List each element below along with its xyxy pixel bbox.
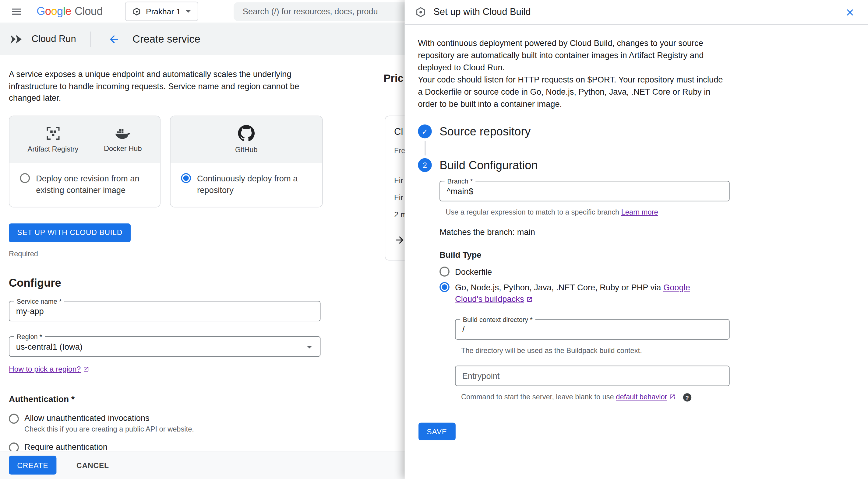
deployment-source-cards: Artifact Registry Docker Hub Deploy one …: [9, 115, 385, 207]
source-label: GitHub: [235, 145, 258, 154]
continuous-deploy-radio[interactable]: [181, 173, 191, 183]
branch-label: Branch *: [445, 177, 476, 185]
docker-hub-icon: [115, 126, 131, 140]
panel-title: Set up with Cloud Build: [433, 7, 531, 18]
external-link-icon: [526, 297, 532, 303]
artifact-registry-icon: [45, 126, 61, 141]
entrypoint-placeholder[interactable]: Entrypoint: [456, 366, 729, 385]
project-selector[interactable]: Prakhar 1: [125, 2, 198, 21]
logo-letter: G: [36, 5, 45, 18]
step2-title: Build Configuration: [439, 159, 538, 172]
source-label: Docker Hub: [104, 144, 142, 152]
google-cloud-logo[interactable]: Google Cloud: [36, 5, 103, 18]
continuous-deploy-option[interactable]: Continuously deploy from a repository: [170, 163, 322, 207]
allow-unauthenticated-radio[interactable]: [9, 414, 19, 423]
branch-helper-text: Use a regular expression to match to a s…: [445, 208, 621, 216]
dockerfile-radio[interactable]: [439, 267, 450, 277]
external-link-icon: [669, 394, 675, 400]
service-intro-text: A service exposes a unique endpoint and …: [9, 68, 320, 104]
close-icon: [844, 7, 855, 18]
learn-more-link[interactable]: Learn more: [621, 208, 658, 216]
build-type-dockerfile-option[interactable]: Dockerfile: [439, 266, 730, 278]
region-select[interactable]: Region * us-central1 (Iowa): [9, 336, 320, 356]
service-name-field[interactable]: Service name * my-app: [9, 301, 320, 321]
cloud-build-panel: Set up with Cloud Build With continuous …: [405, 0, 868, 479]
entrypoint-helper: Command to start the server, leave blank…: [461, 392, 730, 401]
google-cloud-console: Google Cloud Prakhar 1 Search (/) for re…: [0, 0, 868, 479]
logo-letter: e: [65, 5, 71, 18]
check-icon: ✓: [422, 127, 428, 136]
dockerfile-label: Dockerfile: [455, 266, 705, 278]
build-context-label: Build context directory *: [460, 316, 535, 323]
search-placeholder: Search (/) for resources, docs, produ: [243, 7, 378, 16]
panel-body: With continuous deployment powered by Cl…: [405, 25, 868, 440]
build-type-label: Build Type: [439, 250, 730, 260]
repository-card: GitHub Continuously deploy from a reposi…: [170, 115, 323, 207]
panel-header: Set up with Cloud Build: [405, 0, 868, 25]
deploy-revision-label: Deploy one revision from an existing con…: [36, 172, 152, 195]
deploy-revision-radio[interactable]: [20, 173, 30, 183]
buildpacks-radio[interactable]: [439, 282, 450, 292]
region-help-link-text: How to pick a region?: [9, 365, 81, 373]
build-context-helper: The directory will be used as the Buildp…: [461, 346, 730, 354]
close-button[interactable]: [842, 5, 858, 20]
step-build-configuration[interactable]: 2 Build Configuration: [418, 158, 855, 172]
deploy-revision-option[interactable]: Deploy one revision from an existing con…: [9, 163, 160, 207]
buildpacks-label: Go, Node.js, Python, Java, .NET Core, Ru…: [455, 281, 705, 305]
region-help-link[interactable]: How to pick a region?: [9, 365, 89, 373]
create-button[interactable]: CREATE: [9, 456, 57, 475]
hamburger-menu-icon[interactable]: [8, 2, 25, 20]
setup-cloud-build-button[interactable]: SET UP WITH CLOUD BUILD: [9, 223, 131, 242]
logo-letter: o: [51, 5, 57, 18]
pricing-heading: Pric: [384, 72, 404, 84]
help-icon[interactable]: ?: [683, 393, 691, 401]
entrypoint-helper-text: Command to start the server, leave blank…: [461, 392, 616, 401]
save-button[interactable]: SAVE: [418, 423, 455, 440]
project-name: Prakhar 1: [146, 7, 181, 16]
branch-match-text: Matches the branch: main: [439, 227, 730, 237]
panel-intro-paragraph: Your code should listen for HTTP request…: [418, 74, 729, 110]
default-behavior-link[interactable]: default behavior: [616, 392, 667, 401]
create-service-form: A service exposes a unique endpoint and …: [0, 55, 385, 461]
branch-value[interactable]: ^main$: [440, 181, 729, 201]
chevron-down-icon: [307, 345, 312, 348]
region-value[interactable]: us-central1 (Iowa): [9, 337, 320, 356]
toolbar-divider: [90, 31, 91, 47]
auth-option-unauthenticated[interactable]: Allow unauthenticated invocations Check …: [9, 413, 385, 433]
product-name[interactable]: Cloud Run: [32, 33, 76, 44]
build-type-buildpacks-option[interactable]: Go, Node.js, Python, Java, .NET Core, Ru…: [439, 281, 730, 305]
back-button[interactable]: [105, 30, 123, 48]
external-link-icon: [83, 366, 89, 372]
cancel-button[interactable]: CANCEL: [73, 460, 112, 470]
build-stepper: ✓ Source repository 2 Build Configuratio…: [418, 125, 855, 402]
forward-arrow-icon[interactable]: [394, 235, 405, 246]
auth-option-label: Require authentication: [24, 442, 158, 451]
project-icon: [132, 7, 141, 16]
logo-letter: l: [63, 5, 65, 18]
build-context-input[interactable]: Build context directory * /: [455, 319, 730, 340]
continuous-deploy-label: Continuously deploy from a repository: [197, 172, 314, 195]
buildpacks-label-text: Go, Node.js, Python, Java, .NET Core, Ru…: [455, 283, 663, 292]
pricing-line: Fir: [394, 176, 403, 185]
cloud-build-icon: [415, 7, 426, 18]
step-source-repository[interactable]: ✓ Source repository: [418, 125, 855, 138]
required-note: Required: [9, 249, 385, 258]
github-icon: [238, 125, 255, 142]
pricing-line: Cl: [394, 127, 403, 138]
branch-helper: Use a regular expression to match to a s…: [445, 208, 730, 216]
step-connector: [425, 141, 426, 155]
logo-letter: g: [57, 5, 63, 18]
build-configuration-form: Branch * ^main$ Use a regular expression…: [439, 181, 730, 401]
step1-circle: ✓: [418, 125, 432, 138]
branch-input[interactable]: Branch * ^main$: [439, 181, 730, 201]
container-image-card: Artifact Registry Docker Hub Deploy one …: [9, 115, 160, 207]
step2-circle: 2: [418, 158, 432, 172]
entrypoint-input[interactable]: Entrypoint: [455, 366, 730, 386]
source-label: Artifact Registry: [28, 145, 79, 153]
github-source: GitHub: [235, 125, 258, 154]
service-name-label: Service name *: [14, 297, 64, 305]
region-label: Region *: [14, 333, 45, 340]
panel-intro: With continuous deployment powered by Cl…: [418, 37, 729, 110]
pricing-line: Fre: [394, 147, 405, 155]
auth-option-description: Check this if you are creating a public …: [24, 424, 194, 433]
